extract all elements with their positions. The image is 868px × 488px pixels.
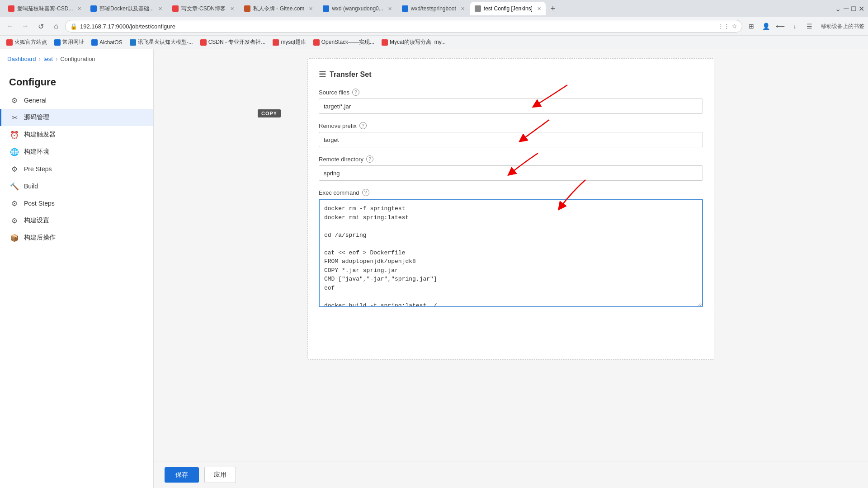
- tab-1-close[interactable]: ✕: [77, 6, 81, 12]
- remove-prefix-help[interactable]: ?: [359, 122, 367, 129]
- bookmark-mysql[interactable]: mysql题库: [270, 38, 308, 47]
- section-title: Transfer Set: [330, 70, 371, 79]
- tab-6[interactable]: wxd/testspringboot ✕: [397, 2, 469, 15]
- tab-1[interactable]: 爱喝茄枝味嘉宾-CSD... ✕: [4, 2, 85, 15]
- tab-5-label: wxd (wangxudong0...: [332, 5, 383, 12]
- sidebar-item-source-control-label: 源码管理: [24, 113, 49, 122]
- tab-7[interactable]: test Config [Jenkins] ✕: [470, 2, 546, 15]
- source-files-label-text: Source files: [319, 89, 349, 96]
- close-window-button[interactable]: ✕: [859, 5, 864, 13]
- post-build-icon: 📦: [10, 234, 19, 242]
- bookmark-xunfei[interactable]: 讯飞星火认知大模型-...: [127, 38, 196, 47]
- remove-prefix-input[interactable]: [319, 132, 703, 147]
- remote-directory-help[interactable]: ?: [366, 155, 373, 163]
- exec-command-help[interactable]: ?: [362, 189, 369, 196]
- tab-7-close[interactable]: ✕: [537, 6, 541, 12]
- refresh-button[interactable]: ↺: [34, 20, 47, 33]
- remove-prefix-group: Remove prefix ?: [319, 122, 703, 147]
- bookmark-mysql-icon: [273, 39, 279, 46]
- sidebar-item-post-build[interactable]: 📦 构建后操作: [0, 229, 153, 246]
- source-files-group: Source files ?: [319, 89, 703, 114]
- bookmark-openstack[interactable]: OpenStack——实现...: [311, 38, 377, 47]
- sidebar-item-general-label: General: [24, 97, 47, 104]
- tab-6-favicon: [402, 5, 408, 12]
- remove-prefix-label-text: Remove prefix: [319, 122, 357, 129]
- maximize-button[interactable]: □: [851, 5, 856, 13]
- star-icon[interactable]: ☆: [731, 23, 737, 30]
- bookmark-mycat[interactable]: Mycat的读写分离_my...: [379, 38, 448, 47]
- tab-2[interactable]: 部署Docker以及基础... ✕: [86, 2, 167, 15]
- post-steps-icon: ⚙: [10, 199, 19, 207]
- address-text[interactable]: 192.168.7.17:9000/job/test/configure: [80, 23, 715, 30]
- address-bar-row: ← → ↺ ⌂ 🔒 192.168.7.17:9000/job/test/con…: [0, 17, 868, 35]
- menu-icon[interactable]: ☰: [803, 20, 816, 33]
- tab-5-close[interactable]: ✕: [388, 6, 392, 12]
- tab-5[interactable]: wxd (wangxudong0... ✕: [318, 2, 396, 15]
- remote-directory-input[interactable]: [319, 165, 703, 181]
- source-files-help[interactable]: ?: [352, 89, 359, 96]
- sidebar-item-build-env[interactable]: 🌐 构建环境: [0, 143, 153, 160]
- forward-button[interactable]: →: [19, 20, 32, 33]
- save-button[interactable]: 保存: [165, 467, 199, 483]
- security-icon: 🔒: [70, 23, 77, 30]
- bookmark-firefox[interactable]: 火狐官方站点: [4, 38, 50, 47]
- source-control-icon: ✂: [10, 113, 19, 122]
- apply-button[interactable]: 应用: [204, 467, 236, 483]
- bookmark-aichat[interactable]: AichatOS: [89, 38, 125, 47]
- bookmark-common[interactable]: 常用网址: [52, 38, 87, 47]
- address-bar[interactable]: 🔒 192.168.7.17:9000/job/test/configure ⋮…: [65, 20, 742, 33]
- back-button[interactable]: ←: [4, 20, 16, 33]
- tab-1-label: 爱喝茄枝味嘉宾-CSD...: [17, 5, 73, 13]
- new-tab-button[interactable]: +: [547, 2, 559, 15]
- breadcrumb-test[interactable]: test: [43, 56, 53, 62]
- home-button[interactable]: ⌂: [50, 20, 62, 33]
- tab-2-favicon: [90, 5, 97, 12]
- nav-back-icon[interactable]: ⟵: [774, 20, 787, 33]
- exec-command-group: Exec command ? docker rm -f springtest d…: [319, 189, 703, 309]
- download-icon[interactable]: ↓: [788, 20, 801, 33]
- sidebar-item-source-control[interactable]: ✂ 源码管理: [0, 109, 153, 126]
- exec-command-textarea[interactable]: docker rm -f springtest docker rmi sprin…: [319, 199, 703, 307]
- sidebar-item-build-settings-label: 构建设置: [24, 216, 49, 225]
- tab-4[interactable]: 私人令牌 - Gitee.com ✕: [240, 2, 317, 15]
- copy-badge[interactable]: COPY: [258, 109, 281, 117]
- bookmark-csdn[interactable]: CSDN - 专业开发者社...: [198, 38, 269, 47]
- sidebar-item-pre-steps[interactable]: ⚙ Pre Steps: [0, 160, 153, 178]
- tab-4-close[interactable]: ✕: [309, 6, 313, 12]
- sidebar-item-build[interactable]: 🔨 Build: [0, 178, 153, 195]
- section-menu-icon: ☰: [319, 70, 326, 80]
- tab-4-favicon: [244, 5, 250, 12]
- sidebar-title: Configure: [0, 69, 153, 92]
- config-panel: ☰ Transfer Set Source files ?: [307, 58, 714, 360]
- sidebar-item-post-steps[interactable]: ⚙ Post Steps: [0, 195, 153, 212]
- bookmark-mycat-label: Mycat的读写分离_my...: [390, 38, 446, 46]
- source-files-input[interactable]: [319, 99, 703, 114]
- build-settings-icon: ⚙: [10, 216, 19, 225]
- bottom-spacer: [319, 317, 703, 348]
- tab-list-button[interactable]: ⌄: [835, 5, 841, 13]
- tab-3-close[interactable]: ✕: [230, 6, 234, 12]
- sidebar-item-build-settings[interactable]: ⚙ 构建设置: [0, 212, 153, 229]
- general-icon: ⚙: [10, 96, 19, 104]
- tab-2-close[interactable]: ✕: [158, 6, 162, 12]
- tab-2-label: 部署Docker以及基础...: [99, 5, 154, 13]
- breadcrumb-dashboard[interactable]: Dashboard: [7, 56, 36, 62]
- sidebar-item-post-build-label: 构建后操作: [24, 234, 56, 242]
- extensions-icon[interactable]: ⊞: [745, 20, 758, 33]
- remote-directory-label: Remote directory ?: [319, 155, 703, 163]
- build-env-icon: 🌐: [10, 148, 19, 156]
- mobile-bookmark-text: 移动设备上的书签: [821, 23, 864, 30]
- minimize-button[interactable]: ─: [844, 5, 849, 13]
- account-icon[interactable]: 👤: [760, 20, 772, 33]
- config-panel-wrapper: ☰ Transfer Set Source files ?: [163, 58, 859, 360]
- sidebar-item-build-trigger[interactable]: ⏰ 构建触发器: [0, 126, 153, 143]
- source-files-label: Source files ?: [319, 89, 703, 96]
- sidebar-item-general[interactable]: ⚙ General: [0, 92, 153, 109]
- tab-6-close[interactable]: ✕: [461, 6, 465, 12]
- tab-3[interactable]: 写文章-CSDN博客 ✕: [168, 2, 239, 15]
- tab-7-favicon: [475, 5, 481, 12]
- tab-3-label: 写文章-CSDN博客: [181, 5, 226, 13]
- sidebar-item-pre-steps-label: Pre Steps: [24, 165, 52, 173]
- bookmark-common-icon: [54, 39, 61, 46]
- tab-bar: 爱喝茄枝味嘉宾-CSD... ✕ 部署Docker以及基础... ✕ 写文章-C…: [0, 0, 868, 17]
